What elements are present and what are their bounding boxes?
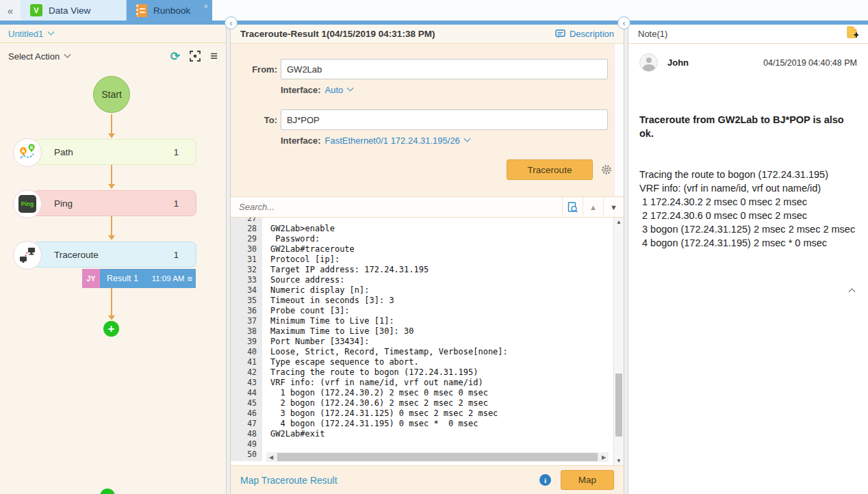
panel-divider[interactable] xyxy=(226,25,231,494)
result-time: 11:09 AM xyxy=(152,274,185,283)
note-panel: Note(1) John 04/15/2019 04:40:48 PM Tra xyxy=(628,25,868,494)
flow-result-item[interactable]: JY Result 1 11:09 AM ≡ xyxy=(82,269,196,288)
from-interface-label: Interface: xyxy=(281,85,321,95)
form-scrollbar[interactable] xyxy=(614,44,624,196)
search-input[interactable] xyxy=(239,202,562,212)
map-button[interactable]: Map xyxy=(561,470,614,490)
search-next-button[interactable]: ▼ xyxy=(603,197,624,217)
traceroute-node-icon xyxy=(13,241,42,270)
tab-runbook-label: Runbook xyxy=(153,5,190,16)
scroll-down-icon[interactable]: ▼ xyxy=(614,458,624,464)
terminal-vertical-scrollbar[interactable]: ▲ ▼ xyxy=(613,218,624,465)
tab-data-view-label: Data View xyxy=(49,5,90,16)
tab-data-view[interactable]: V Data View xyxy=(21,0,127,21)
chevron-down-icon xyxy=(463,135,470,142)
note-author: John xyxy=(667,57,689,68)
flow-arrowhead-icon xyxy=(108,315,115,320)
note-item[interactable]: John 04/15/2019 04:40:48 PM Traceroute f… xyxy=(628,44,868,295)
scroll-left-icon[interactable]: ◀ xyxy=(266,454,276,460)
menu-icon[interactable]: ≡ xyxy=(210,49,218,64)
note-collapse-button[interactable] xyxy=(639,283,857,295)
search-prev-button[interactable]: ▲ xyxy=(583,197,603,217)
result-user-badge: JY xyxy=(82,269,100,288)
svg-text:A: A xyxy=(21,148,25,153)
fit-screen-icon[interactable] xyxy=(190,51,201,62)
map-footer: Map Traceroute Result i Map xyxy=(231,465,624,494)
flow-connector xyxy=(111,288,112,316)
collapse-note-panel-button[interactable]: ‹ xyxy=(617,16,630,29)
terminal-horizontal-scrollbar[interactable]: ◀ ▶ xyxy=(266,452,609,462)
select-action-dropdown[interactable]: Select Action xyxy=(8,51,60,62)
flow-node-path-label: Path xyxy=(54,147,73,157)
runbook-flowchart: Start A B Path 1 xyxy=(0,69,226,494)
runbook-icon xyxy=(136,4,147,17)
flow-node-ping[interactable]: Ping Ping 1 xyxy=(33,190,196,216)
scroll-up-icon[interactable]: ▲ xyxy=(614,219,624,225)
add-action-button[interactable]: + xyxy=(103,321,119,337)
flow-node-path-count: 1 xyxy=(174,147,179,157)
panel-divider[interactable] xyxy=(624,25,628,494)
map-traceroute-result-link[interactable]: Map Traceroute Result xyxy=(240,475,337,486)
tab-runbook[interactable]: Runbook × xyxy=(127,0,212,21)
collapse-tabs-button[interactable]: « xyxy=(0,0,21,21)
settings-gear-icon[interactable] xyxy=(601,164,612,178)
result-label: Result 1 xyxy=(107,274,138,283)
from-input[interactable] xyxy=(281,59,608,79)
to-interface-dropdown[interactable]: FastEthernet0/1 172.24.31.195/26 xyxy=(325,135,470,146)
from-interface-dropdown[interactable]: Auto xyxy=(325,85,353,95)
flow-arrowhead-icon xyxy=(108,184,115,189)
select-action-chevron-icon[interactable] xyxy=(64,51,71,57)
refresh-icon[interactable]: ⟳ xyxy=(170,49,180,64)
flow-arrowhead-icon xyxy=(108,133,115,138)
flow-node-ping-label: Ping xyxy=(54,198,73,209)
horizontal-scroll-thumb[interactable] xyxy=(277,453,598,461)
to-interface-row: Interface: FastEthernet0/1 172.24.31.195… xyxy=(281,135,470,146)
runbook-sidebar: Untitled1 Select Action ⟳ ≡ Start xyxy=(0,25,226,494)
note-lines: Tracing the route to bogon (172.24.31.19… xyxy=(639,168,857,250)
terminal-search-bar: ▲ ▼ xyxy=(231,196,624,218)
runbook-title[interactable]: Untitled1 xyxy=(8,29,43,39)
flow-node-ping-count: 1 xyxy=(174,198,179,209)
avatar xyxy=(639,53,658,72)
flow-connector xyxy=(111,216,112,236)
scroll-right-icon[interactable]: ▶ xyxy=(599,454,609,460)
note-text: Traceroute from GW2Lab to BJ*POP is also… xyxy=(639,86,857,277)
flow-node-traceroute[interactable]: Traceroute 1 xyxy=(33,242,196,268)
flow-end-node[interactable] xyxy=(100,489,115,494)
svg-text:B: B xyxy=(30,145,34,150)
flow-connector xyxy=(111,165,112,185)
terminal-gutter: 2728293031323334353637383940414243444546… xyxy=(231,218,262,461)
info-icon[interactable]: i xyxy=(539,474,551,486)
flow-node-traceroute-count: 1 xyxy=(174,250,179,260)
data-view-icon: V xyxy=(30,4,42,16)
flow-connector xyxy=(111,114,112,134)
result-menu-icon[interactable]: ≡ xyxy=(187,274,192,284)
vertical-scroll-thumb[interactable] xyxy=(615,374,622,437)
to-input[interactable] xyxy=(281,109,608,130)
from-interface-row: Interface: Auto xyxy=(281,85,353,95)
flow-start-node[interactable]: Start xyxy=(93,76,130,113)
traceroute-result-panel: Traceroute-Result 1(04/15/2019 04:31:38 … xyxy=(231,25,624,494)
to-label: To: xyxy=(231,115,277,125)
to-interface-label: Interface: xyxy=(281,135,321,146)
flow-arrowhead-icon xyxy=(108,235,115,240)
search-in-document-icon[interactable] xyxy=(562,197,583,217)
flow-node-path[interactable]: A B Path 1 xyxy=(33,139,196,165)
result-panel-title: Traceroute-Result 1(04/15/2019 04:31:38 … xyxy=(240,29,435,39)
path-node-icon: A B xyxy=(13,138,42,167)
add-note-icon[interactable] xyxy=(846,26,858,42)
note-timestamp: 04/15/2019 04:40:48 PM xyxy=(763,58,857,68)
traceroute-button[interactable]: Traceroute xyxy=(507,159,593,180)
tab-bar: « V Data View Runbook × xyxy=(0,0,868,21)
app-window: « V Data View Runbook × ‹ ‹ Untitled1 Se… xyxy=(0,0,868,494)
collapse-main-panel-button[interactable]: ‹ xyxy=(225,16,238,29)
runbook-title-chevron-icon[interactable] xyxy=(48,28,55,35)
description-link[interactable]: Description xyxy=(555,29,614,39)
close-tab-icon[interactable]: × xyxy=(204,2,208,10)
ping-node-icon: Ping xyxy=(13,190,42,218)
description-icon xyxy=(555,29,565,38)
flow-node-traceroute-label: Traceroute xyxy=(54,250,99,260)
terminal-text[interactable]: GW2Lab>enable Password:GW2Lab#traceroute… xyxy=(262,218,624,461)
chevron-down-icon xyxy=(347,85,354,92)
from-label: From: xyxy=(231,64,277,75)
